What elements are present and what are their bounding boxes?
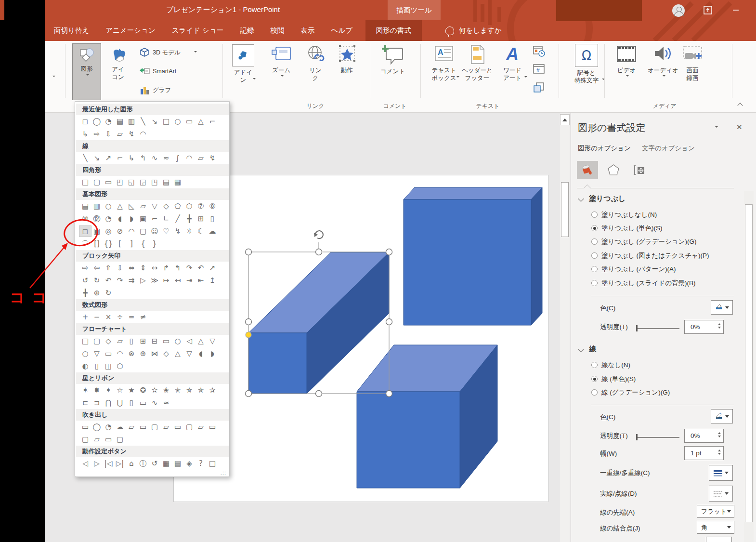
shape-icon[interactable]: ⇩ (103, 129, 114, 139)
shape-icon[interactable]: ▥ (126, 116, 137, 127)
shape-icon[interactable]: ▤ (114, 116, 126, 127)
link-button[interactable]: リン ク (305, 44, 326, 82)
shape-icon[interactable]: ÷ (114, 312, 126, 322)
shape-icon[interactable]: ◇ (160, 201, 172, 212)
account-avatar[interactable] (672, 4, 685, 17)
cube-shape-large[interactable] (404, 187, 542, 325)
shape-icon[interactable]: ○ (172, 116, 183, 127)
shape-icon[interactable]: ▯ (91, 361, 103, 371)
shape-icon[interactable]: ◺ (126, 201, 137, 212)
shape-icon[interactable]: ♡ (160, 226, 172, 237)
shape-icon[interactable]: ↯ (207, 153, 218, 163)
resize-grip[interactable]: .:: (221, 470, 226, 476)
fill-color-button[interactable] (711, 300, 733, 315)
partial-group-chevron-icon[interactable] (52, 76, 55, 79)
tab-view[interactable]: 表示 (292, 20, 323, 41)
panel-scrollbar-thumb[interactable] (745, 204, 753, 522)
shape-icon[interactable]: ⊟ (149, 336, 160, 346)
shape-icon[interactable]: ⇕ (137, 263, 149, 273)
shape-icon[interactable]: ▷ (137, 275, 149, 286)
shape-icon[interactable]: ⊞ (137, 336, 149, 346)
effects-category-button[interactable] (603, 161, 624, 179)
audio-button[interactable]: オーディオ (648, 44, 678, 78)
shape-icon[interactable]: ▯ (126, 397, 137, 408)
shape-icon[interactable]: ∫ (172, 153, 183, 163)
shape-icon[interactable]: ↻ (103, 288, 114, 298)
shape-icon[interactable]: ↶ (103, 275, 114, 286)
shape-icon[interactable]: ◎ (103, 226, 114, 237)
radio-pattern-fill[interactable] (591, 266, 598, 272)
shape-icon[interactable]: ▢ (137, 226, 149, 237)
collapse-line-icon[interactable] (578, 346, 584, 352)
shape-icon[interactable]: ▽ (207, 336, 218, 346)
video-button[interactable]: ビデオ (615, 44, 638, 78)
shape-icon[interactable]: ○ (79, 348, 91, 359)
cube-shape-selected[interactable] (248, 252, 389, 394)
shape-icon[interactable]: ◗ (207, 348, 218, 359)
shape-icon[interactable]: ▱ (160, 422, 172, 432)
shape-icon[interactable]: ▱ (126, 422, 137, 432)
canvas-scrollbar-thumb[interactable] (561, 182, 569, 237)
shape-icon[interactable]: ⑧ (207, 201, 218, 212)
fill-transparency-slider-thumb[interactable] (636, 325, 638, 331)
shape-icon[interactable]: ↳ (126, 153, 137, 163)
compound-line-button[interactable] (709, 465, 733, 481)
wordart-button[interactable]: A ワード アート (497, 44, 527, 79)
tab-review[interactable]: 校閲 (262, 20, 292, 41)
shape-icon[interactable]: ◠ (126, 226, 137, 237)
addins-button[interactable]: アドイ ン (231, 44, 256, 81)
size-properties-category-button[interactable] (629, 161, 650, 179)
shape-icon[interactable]: ⬡ (183, 201, 195, 212)
shape-icon[interactable]: ▭ (103, 348, 114, 359)
shape-icon[interactable]: ◯ (91, 116, 103, 127)
line-color-button[interactable] (711, 409, 733, 423)
shape-icon[interactable]: ▦ (160, 458, 172, 469)
shape-icon[interactable]: ⇧ (103, 263, 114, 273)
scroll-up-button[interactable] (560, 114, 570, 125)
fill-transparency-input[interactable]: 0% (684, 320, 724, 334)
shape-icon[interactable]: ▷| (114, 458, 126, 469)
shape-icon[interactable]: − (91, 312, 103, 322)
radio-no-line[interactable] (591, 362, 598, 368)
shape-icon[interactable]: ▭ (160, 336, 172, 346)
shape-icon[interactable]: ⇥ (183, 275, 195, 286)
shape-icon[interactable]: ▭ (137, 422, 149, 432)
shape-icon[interactable]: □ (79, 177, 91, 187)
tab-help[interactable]: ヘルプ (323, 20, 361, 41)
shape-icon[interactable]: ✬ (160, 385, 172, 396)
shape-icon[interactable]: □ (79, 336, 91, 346)
shape-icon[interactable]: ⇦ (91, 263, 103, 273)
tab-animations[interactable]: アニメーション (97, 20, 164, 41)
tab-transitions[interactable]: 面切り替え (46, 20, 97, 41)
chart-button[interactable]: グラフ (139, 83, 171, 97)
shape-icon[interactable]: ◻ (79, 116, 91, 127)
shape-icon[interactable]: ◗ (126, 213, 137, 224)
shape-icon[interactable]: ⇔ (126, 263, 137, 273)
shape-icon[interactable]: ▭ (207, 422, 218, 432)
shape-icon[interactable]: ╱ (172, 213, 183, 224)
spin-down-icon[interactable] (718, 327, 721, 330)
shape-icon[interactable]: ⬡ (114, 361, 126, 371)
shape-icon[interactable]: ⇉ (126, 275, 137, 286)
shape-icon[interactable]: ⊞ (195, 213, 207, 224)
shape-icon[interactable]: ◲ (137, 177, 149, 187)
shape-icon[interactable]: ╋ (183, 213, 195, 224)
shape-icon[interactable]: ◖ (195, 348, 207, 359)
shape-icon[interactable]: △ (195, 336, 207, 346)
shape-icon[interactable]: ✰ (207, 385, 218, 396)
shape-icon[interactable]: ▤ (160, 177, 172, 187)
shape-icon[interactable]: ▱ (137, 201, 149, 212)
textbox-button[interactable]: A テキスト ボックス (429, 44, 459, 79)
shape-icon[interactable]: ⇤ (195, 275, 207, 286)
shape-icon[interactable]: ▷ (91, 458, 103, 469)
shape-icon[interactable]: ▭ (103, 434, 114, 445)
shape-icon[interactable]: ≈ (160, 153, 172, 163)
collapse-ribbon-icon[interactable] (737, 103, 743, 108)
shape-icon[interactable]: ✭ (172, 385, 183, 396)
ribbon-display-options-icon[interactable] (704, 6, 712, 14)
radio-picture-fill[interactable] (591, 252, 598, 259)
shape-icon[interactable]: ↥ (207, 275, 218, 286)
shape-icon[interactable]: ▭ (183, 116, 195, 127)
shape-icon[interactable]: ⌐ (149, 213, 160, 224)
comment-button[interactable]: コメント (380, 44, 405, 75)
